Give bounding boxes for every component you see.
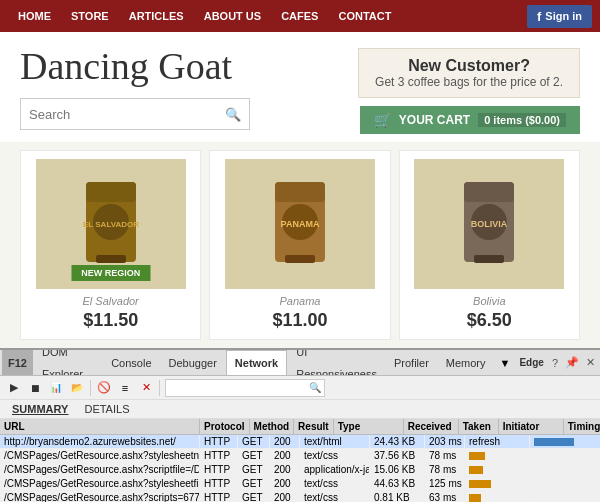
timings-header[interactable]: Timings <box>564 419 600 434</box>
net-cell-type: text/html <box>300 435 370 448</box>
product-el-salvador[interactable]: EL SALVADOR NEW REGION El Salvador $11.5… <box>20 150 201 340</box>
net-cell-method: GET <box>238 491 270 502</box>
net-cell-url: /CMSPages/GetResource.ashx?scriptfile=/D… <box>0 463 200 476</box>
import-button[interactable]: 📂 <box>67 378 87 398</box>
cart-label: YOUR CART <box>399 113 470 127</box>
initiator-header[interactable]: Initiator <box>499 419 564 434</box>
coffee-bag-svg-2: PANAMA <box>265 177 335 272</box>
tab-debugger[interactable]: Debugger <box>161 350 225 376</box>
svg-text:BOLIVIA: BOLIVIA <box>471 219 508 229</box>
table-row[interactable]: /CMSPages/GetResource.ashx?stylesheetnam… <box>0 449 600 463</box>
net-cell-url: /CMSPages/GetResource.ashx?stylesheetfil… <box>0 477 200 490</box>
clear-button[interactable]: 🚫 <box>94 378 114 398</box>
taken-header[interactable]: Taken <box>459 419 499 434</box>
product-price-2: $11.00 <box>272 310 327 331</box>
nav-about[interactable]: ABOUT US <box>194 0 271 32</box>
product-price-3: $6.50 <box>467 310 512 331</box>
nav-articles[interactable]: ARTICLES <box>119 0 194 32</box>
svg-rect-4 <box>96 255 126 263</box>
summary-btn[interactable]: SUMMARY <box>4 402 76 416</box>
signin-button[interactable]: f Sign in <box>527 5 592 28</box>
net-cell-initiator <box>465 491 530 502</box>
url-header[interactable]: URL <box>0 419 200 434</box>
promo-box: New Customer? Get 3 coffee bags for the … <box>358 48 580 98</box>
method-header[interactable]: Method <box>250 419 295 434</box>
type-header[interactable]: Type <box>334 419 404 434</box>
nav-store[interactable]: STORE <box>61 0 119 32</box>
net-cell-method: GET <box>238 449 270 462</box>
product-bolivia[interactable]: BOLIVIA Bolivia $6.50 <box>399 150 580 340</box>
signin-label: Sign in <box>545 10 582 22</box>
table-row[interactable]: http://bryansdemo2.azurewebsites.net/ HT… <box>0 435 600 449</box>
result-header[interactable]: Result <box>294 419 334 434</box>
details-btn[interactable]: DETAILS <box>76 402 137 416</box>
cart-button[interactable]: 🛒 YOUR CART 0 items ($0.00) <box>360 106 580 134</box>
product-image-3: BOLIVIA <box>414 159 564 289</box>
product-name-3: Bolivia <box>473 295 505 307</box>
site-title: Dancing Goat <box>20 44 342 88</box>
summary-details-bar: SUMMARY DETAILS <box>0 400 600 419</box>
received-header[interactable]: Received <box>404 419 459 434</box>
net-cell-type: text/css <box>300 477 370 490</box>
table-row[interactable]: /CMSPages/GetResource.ashx?scripts=677 H… <box>0 491 600 502</box>
tab-profiler[interactable]: Profiler <box>386 350 437 376</box>
net-cell-initiator <box>465 463 530 476</box>
nav-home[interactable]: HOME <box>8 0 61 32</box>
table-row[interactable]: /CMSPages/GetResource.ashx?scriptfile=/D… <box>0 463 600 477</box>
net-cell-received: 15.06 KB <box>370 463 425 476</box>
net-cell-taken: 63 ms <box>425 491 465 502</box>
facebook-icon: f <box>537 9 541 24</box>
search-input[interactable] <box>29 107 225 122</box>
header: Dancing Goat 🔍 New Customer? Get 3 coffe… <box>0 32 600 142</box>
product-price-1: $11.50 <box>83 310 138 331</box>
tab-network[interactable]: Network <box>226 350 287 376</box>
network-search-input[interactable] <box>166 382 306 393</box>
net-cell-protocol: HTTP <box>200 463 238 476</box>
filter-icon[interactable]: ▼ <box>496 357 515 369</box>
export-button[interactable]: 📊 <box>46 378 66 398</box>
product-panama[interactable]: PANAMA Panama $11.00 <box>209 150 390 340</box>
net-cell-result: 200 <box>270 463 300 476</box>
header-right: New Customer? Get 3 coffee bags for the … <box>358 44 580 134</box>
stop-button[interactable]: ⏹ <box>25 378 45 398</box>
coffee-bag-svg-3: BOLIVIA <box>454 177 524 272</box>
protocol-header[interactable]: Protocol <box>200 419 250 434</box>
filter-button[interactable]: ≡ <box>115 378 135 398</box>
tab-console[interactable]: Console <box>103 350 159 376</box>
tab-dom-explorer[interactable]: DOM Explorer <box>34 350 102 376</box>
nav-cafes[interactable]: CAFES <box>271 0 328 32</box>
net-cell-type: text/css <box>300 491 370 502</box>
svg-rect-9 <box>285 255 315 263</box>
net-cell-taken: 78 ms <box>425 463 465 476</box>
close-devtools-icon[interactable]: ✕ <box>583 356 598 369</box>
net-cell-received: 0.81 KB <box>370 491 425 502</box>
net-cell-type: text/css <box>300 449 370 462</box>
nav-contact[interactable]: CONTACT <box>328 0 401 32</box>
net-cell-protocol: HTTP <box>200 435 238 448</box>
header-left: Dancing Goat 🔍 <box>20 44 342 130</box>
help-icon[interactable]: ? <box>549 357 561 369</box>
promo-subtitle: Get 3 coffee bags for the price of 2. <box>375 75 563 89</box>
search-small-icon: 🔍 <box>306 382 324 393</box>
svg-rect-6 <box>275 182 325 202</box>
coffee-bag-svg-1: EL SALVADOR <box>76 177 146 272</box>
svg-rect-11 <box>464 182 514 202</box>
delete-button[interactable]: ✕ <box>136 378 156 398</box>
nav-items: HOME STORE ARTICLES ABOUT US CAFES CONTA… <box>8 0 527 32</box>
record-button[interactable]: ▶ <box>4 378 24 398</box>
net-cell-protocol: HTTP <box>200 449 238 462</box>
promo-title: New Customer? <box>375 57 563 75</box>
search-box: 🔍 <box>20 98 250 130</box>
tab-ui-responsiveness[interactable]: UI Responsiveness <box>288 350 385 376</box>
tab-memory[interactable]: Memory <box>438 350 494 376</box>
devtools-tab-bar: F12 DOM Explorer Console Debugger Networ… <box>0 350 600 376</box>
net-cell-protocol: HTTP <box>200 477 238 490</box>
net-cell-method: GET <box>238 435 270 448</box>
net-cell-url: /CMSPages/GetResource.ashx?stylesheetnam… <box>0 449 200 462</box>
table-row[interactable]: /CMSPages/GetResource.ashx?stylesheetfil… <box>0 477 600 491</box>
product-new-region-label[interactable]: NEW REGION <box>71 265 150 281</box>
net-cell-taken: 203 ms <box>425 435 465 448</box>
pin-icon[interactable]: 📌 <box>562 356 582 369</box>
net-cell-received: 37.56 KB <box>370 449 425 462</box>
devtools-toolbar: ▶ ⏹ 📊 📂 🚫 ≡ ✕ 🔍 <box>0 376 600 400</box>
